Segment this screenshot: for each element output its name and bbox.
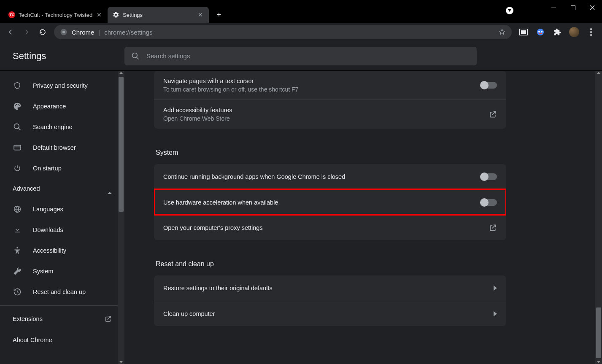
scroll-down-icon (597, 361, 600, 363)
tab-label: Settings (123, 12, 194, 18)
new-tab-button[interactable]: + (212, 8, 226, 22)
window-titlebar (0, 0, 602, 3)
row-subtitle: Open Chrome Web Store (163, 115, 480, 122)
scroll-up-icon (119, 72, 123, 74)
techcult-favicon: TC (8, 11, 15, 18)
sidebar-scrollbar[interactable] (118, 71, 124, 364)
sidebar-item-label: Languages (33, 206, 63, 213)
sidebar-item-languages[interactable]: Languages (0, 199, 124, 219)
profile-avatar[interactable] (568, 26, 580, 38)
chevron-up-icon (108, 185, 112, 192)
toggle-caret-browsing[interactable] (481, 82, 497, 89)
restore-icon (13, 288, 22, 296)
scroll-up-icon (597, 72, 600, 74)
settings-main: Navigate pages with a text cursor To tur… (124, 71, 602, 364)
svg-point-14 (14, 124, 19, 129)
chrome-icon (60, 28, 67, 36)
svg-point-10 (590, 28, 592, 30)
sidebar-item-on-startup[interactable]: On startup (0, 158, 124, 178)
external-link-icon (489, 110, 497, 119)
close-icon[interactable]: ✕ (96, 11, 103, 18)
sidebar-item-label: System (33, 268, 53, 275)
toggle-hardware-acceleration[interactable] (481, 199, 497, 206)
scrollbar-thumb[interactable] (596, 307, 601, 358)
reader-mode-icon[interactable] (518, 26, 529, 38)
reload-button[interactable] (35, 25, 50, 39)
row-proxy-settings[interactable]: Open your computer's proxy settings (154, 215, 506, 240)
sidebar-item-label: Privacy and security (33, 82, 88, 89)
row-caret-browsing[interactable]: Navigate pages with a text cursor To tur… (154, 71, 506, 100)
row-background-apps[interactable]: Continue running background apps when Go… (154, 164, 506, 189)
sidebar-item-downloads[interactable]: Downloads (0, 219, 124, 240)
settings-title: Settings (0, 51, 124, 62)
window-controls (544, 1, 602, 14)
close-window-button[interactable] (583, 1, 602, 14)
maximize-button[interactable] (563, 1, 583, 14)
accessibility-card: Navigate pages with a text cursor To tur… (154, 71, 506, 129)
row-title: Use hardware acceleration when available (163, 199, 472, 206)
sidebar-item-label: Search engine (33, 124, 73, 130)
svg-rect-5 (521, 30, 526, 34)
section-title-system: System (156, 149, 589, 156)
browser-icon (13, 144, 22, 151)
chevron-right-icon (494, 311, 497, 316)
palette-icon (13, 102, 22, 111)
sidebar-item-label: Downloads (33, 226, 63, 233)
row-clean-up[interactable]: Clean up computer (154, 301, 506, 326)
address-bar[interactable]: Chrome | chrome://settings (54, 25, 512, 39)
row-title: Open your computer's proxy settings (163, 224, 480, 231)
sidebar-item-privacy[interactable]: Privacy and security (0, 75, 124, 96)
sidebar-item-default-browser[interactable]: Default browser (0, 137, 124, 158)
tab-techcult[interactable]: TC TechCult - Technology Twisted ✕ (3, 7, 108, 23)
sidebar-advanced-toggle[interactable]: Advanced (0, 178, 124, 199)
back-button[interactable] (3, 25, 18, 39)
extensions-puzzle-icon[interactable] (551, 26, 563, 38)
shield-icon (13, 81, 22, 90)
sidebar-item-system[interactable]: System (0, 261, 124, 281)
download-icon (13, 226, 22, 234)
row-title: Add accessibility features (163, 107, 480, 113)
browser-toolbar: Chrome | chrome://settings (0, 23, 602, 41)
update-badge-icon[interactable] (506, 7, 513, 14)
close-icon[interactable]: ✕ (197, 11, 204, 18)
settings-search[interactable] (124, 47, 477, 65)
gear-icon (113, 11, 119, 18)
row-add-accessibility[interactable]: Add accessibility features Open Chrome W… (154, 100, 506, 129)
sidebar-extensions-label: Extensions (13, 315, 43, 322)
row-title: Restore settings to their original defau… (163, 285, 485, 291)
sidebar-extensions[interactable]: Extensions (0, 308, 124, 329)
system-card: Continue running background apps when Go… (154, 164, 506, 240)
forward-button[interactable] (19, 25, 34, 39)
scrollbar-thumb[interactable] (119, 77, 124, 212)
svg-point-18 (16, 247, 18, 248)
search-icon (131, 52, 140, 60)
svg-point-11 (590, 31, 592, 33)
sidebar-item-reset[interactable]: Reset and clean up (0, 281, 124, 302)
row-title: Clean up computer (163, 310, 485, 317)
settings-header: Settings (0, 41, 602, 71)
sidebar-item-appearance[interactable]: Appearance (0, 96, 124, 116)
tab-settings[interactable]: Settings ✕ (108, 7, 209, 23)
star-icon[interactable] (498, 28, 506, 36)
chevron-right-icon (494, 286, 497, 291)
search-input[interactable] (146, 52, 470, 59)
toggle-background-apps[interactable] (481, 173, 497, 180)
row-restore-defaults[interactable]: Restore settings to their original defau… (154, 275, 506, 301)
sidebar-item-accessibility[interactable]: Accessibility (0, 240, 124, 261)
svg-point-8 (541, 31, 543, 32)
sidebar-item-label: Appearance (33, 103, 66, 110)
sidebar-item-search-engine[interactable]: Search engine (0, 116, 124, 137)
main-scrollbar[interactable] (595, 71, 602, 364)
kebab-menu-icon[interactable] (585, 26, 597, 38)
sidebar-item-label: On startup (33, 165, 62, 172)
sidebar-item-label: Reset and clean up (33, 289, 86, 295)
svg-rect-9 (539, 33, 542, 34)
extension-robot-icon[interactable] (535, 26, 546, 38)
svg-rect-1 (571, 5, 575, 10)
svg-point-6 (537, 29, 544, 35)
minimize-button[interactable] (544, 1, 563, 14)
reset-card: Restore settings to their original defau… (154, 275, 506, 326)
row-hardware-acceleration[interactable]: Use hardware acceleration when available (154, 189, 506, 215)
svg-point-7 (538, 31, 540, 32)
sidebar-about[interactable]: About Chrome (0, 329, 124, 351)
